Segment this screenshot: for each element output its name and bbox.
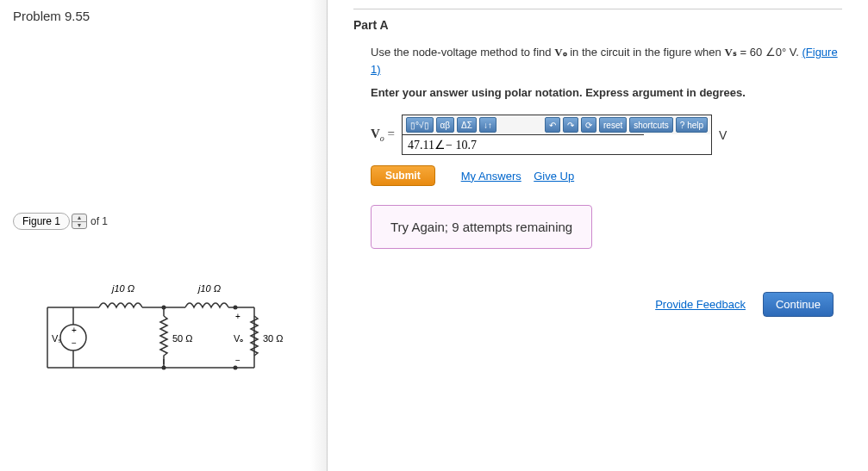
format-instruction: Enter your answer using polar notation. …	[353, 86, 842, 99]
svg-point-16	[234, 366, 238, 370]
inductor1-label: j10 Ω	[110, 283, 134, 294]
figure-button[interactable]: Figure 1	[13, 213, 70, 230]
inductor2-label: j10 Ω	[197, 283, 221, 294]
vo-label: Vₒ	[234, 333, 244, 344]
svg-text:+: +	[235, 312, 240, 321]
part-label: Part A	[353, 18, 842, 32]
svg-text:−: −	[235, 356, 240, 365]
shortcuts-button[interactable]: shortcuts	[629, 117, 673, 133]
feedback-box: Try Again; 9 attempts remaining	[371, 205, 592, 249]
my-answers-link[interactable]: My Answers	[461, 170, 521, 183]
reset-button[interactable]: reset	[599, 117, 627, 133]
templates-button[interactable]: ▯°√▯	[406, 117, 434, 133]
figure-stepper[interactable]: ▲ ▼	[72, 214, 87, 229]
svg-text:+: +	[72, 325, 77, 335]
svg-text:−: −	[72, 338, 77, 348]
undo-button[interactable]: ↶	[545, 117, 560, 133]
vs-label: Vₛ	[52, 333, 61, 344]
give-up-link[interactable]: Give Up	[534, 170, 574, 183]
figure-selector: Figure 1 ▲ ▼ of 1	[13, 213, 314, 230]
answer-input-box: ▯°√▯ αβ ΔΣ ↓↑ ↶ ↷ ⟳ reset shortcuts ? he…	[402, 115, 712, 155]
r50-label: 50 Ω	[172, 333, 193, 344]
symbols-button[interactable]: ΔΣ	[457, 117, 477, 133]
submit-button[interactable]: Submit	[371, 165, 435, 186]
figure-count: of 1	[91, 215, 108, 227]
answer-input[interactable]	[403, 134, 644, 154]
answer-label: Vo =	[371, 127, 395, 143]
equation-toolbar: ▯°√▯ αβ ΔΣ ↓↑ ↶ ↷ ⟳ reset shortcuts ? he…	[403, 115, 711, 134]
divider	[353, 9, 842, 9]
greek-button[interactable]: αβ	[436, 117, 455, 133]
problem-title: Problem 9.55	[13, 9, 314, 23]
stepper-up-icon[interactable]: ▲	[72, 214, 86, 222]
right-panel: Part A Use the node-voltage method to fi…	[328, 0, 868, 471]
help-button[interactable]: ? help	[676, 117, 708, 133]
provide-feedback-link[interactable]: Provide Feedback	[655, 298, 746, 311]
continue-button[interactable]: Continue	[763, 292, 834, 317]
svg-point-13	[162, 306, 166, 310]
submit-row: Submit My Answers Give Up	[353, 165, 842, 186]
bottom-row: Provide Feedback Continue	[353, 292, 842, 317]
answer-row: Vo = ▯°√▯ αβ ΔΣ ↓↑ ↶ ↷ ⟳ reset shortcuts…	[353, 115, 842, 155]
left-panel: Problem 9.55 Figure 1 ▲ ▼ of 1 + −	[0, 0, 328, 471]
unit-label: V	[719, 128, 727, 142]
circuit-diagram: + − j10 Ω j10 Ω Vₛ 50 Ω 30 Ω Vₒ + −	[13, 264, 289, 394]
svg-point-14	[162, 366, 166, 370]
stepper-down-icon[interactable]: ▼	[72, 222, 86, 229]
instruction-text: Use the node-voltage method to find Vₒ i…	[353, 44, 842, 77]
svg-point-15	[234, 306, 238, 310]
refresh-button[interactable]: ⟳	[581, 117, 596, 133]
r30-label: 30 Ω	[263, 333, 284, 344]
redo-button[interactable]: ↷	[563, 117, 578, 133]
arrows-button[interactable]: ↓↑	[479, 117, 496, 133]
